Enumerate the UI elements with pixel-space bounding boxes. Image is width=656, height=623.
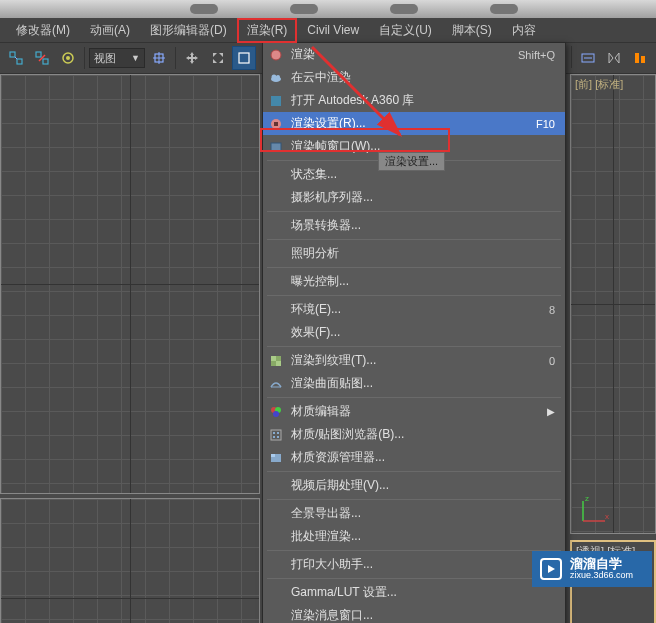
surface-icon [268, 376, 284, 392]
tool-bind[interactable] [56, 46, 80, 70]
frame-icon [268, 139, 284, 155]
watermark-logo-icon [540, 558, 562, 580]
menu-scripting[interactable]: 脚本(S) [442, 18, 502, 43]
viewport-right[interactable]: [前] [标准] zx [570, 74, 656, 534]
menu-animation[interactable]: 动画(A) [80, 18, 140, 43]
viewport-bottom-left[interactable] [0, 498, 260, 623]
menu-item-label: Gamma/LUT 设置... [291, 584, 397, 601]
menu-item-0[interactable]: 渲染Shift+Q [263, 43, 565, 66]
material-icon [268, 404, 284, 420]
svg-rect-27 [274, 122, 278, 126]
cloud-icon [268, 70, 284, 86]
menu-item-label: 摄影机序列器... [291, 189, 373, 206]
svg-rect-28 [271, 143, 281, 151]
tooltip-render-setup: 渲染设置... [378, 152, 445, 171]
menu-separator [267, 346, 561, 347]
menu-item-2[interactable]: 打开 Autodesk A360 库 [263, 89, 565, 112]
settings-icon [268, 116, 284, 132]
menu-item-30[interactable]: 打印大小助手... [263, 553, 565, 576]
menu-item-1[interactable]: 在云中渲染 [263, 66, 565, 89]
menu-separator [267, 295, 561, 296]
tool-unlink[interactable] [30, 46, 54, 70]
menu-item-19[interactable]: 渲染曲面贴图... [263, 372, 565, 395]
menu-separator [267, 471, 561, 472]
tool-align[interactable] [628, 46, 652, 70]
menu-item-label: 曝光控制... [291, 273, 349, 290]
svg-rect-0 [10, 52, 15, 57]
menu-item-label: 照明分析 [291, 245, 339, 262]
axis-gizmo: zx [577, 493, 611, 527]
menu-item-16[interactable]: 效果(F)... [263, 321, 565, 344]
svg-rect-11 [239, 53, 249, 63]
menu-item-shortcut: Shift+Q [518, 49, 555, 61]
menu-item-23[interactable]: 材质资源管理器... [263, 446, 565, 469]
menu-item-27[interactable]: 全景导出器... [263, 502, 565, 525]
menu-separator [267, 397, 561, 398]
tool-select-link[interactable] [4, 46, 28, 70]
menu-item-shortcut: 0 [549, 355, 555, 367]
menu-item-3[interactable]: 渲染设置(R)...F10 [263, 112, 565, 135]
menu-item-label: 效果(F)... [291, 324, 340, 341]
menu-item-label: 渲染设置(R)... [291, 115, 366, 132]
svg-rect-25 [271, 96, 281, 106]
menu-item-label: 状态集... [291, 166, 337, 183]
render-menu-dropdown: 渲染Shift+Q在云中渲染打开 Autodesk A360 库渲染设置(R).… [262, 42, 566, 623]
tool-manipulate[interactable] [206, 46, 230, 70]
menu-item-18[interactable]: 渲染到纹理(T)...0 [263, 349, 565, 372]
menu-item-label: 渲染消息窗口... [291, 607, 373, 623]
menu-item-shortcut: 8 [549, 304, 555, 316]
tool-select-move[interactable] [180, 46, 204, 70]
menu-graph-editors[interactable]: 图形编辑器(D) [140, 18, 237, 43]
menu-item-shortcut: F10 [536, 118, 555, 130]
menubar: 修改器(M) 动画(A) 图形编辑器(D) 渲染(R) Civil View 自… [0, 18, 656, 42]
render-icon [268, 47, 284, 63]
svg-rect-30 [271, 356, 276, 361]
menu-separator [267, 499, 561, 500]
svg-point-21 [271, 50, 281, 60]
menu-item-13[interactable]: 曝光控制... [263, 270, 565, 293]
menu-customize[interactable]: 自定义(U) [369, 18, 442, 43]
a360-icon [268, 93, 284, 109]
tool-select-region[interactable] [232, 46, 256, 70]
menu-rendering[interactable]: 渲染(R) [237, 18, 298, 43]
menu-item-label: 批处理渲染... [291, 528, 361, 545]
explorer-icon [268, 450, 284, 466]
menu-item-label: 全景导出器... [291, 505, 361, 522]
menu-item-label: 场景转换器... [291, 217, 361, 234]
menu-item-11[interactable]: 照明分析 [263, 242, 565, 265]
menu-item-32[interactable]: Gamma/LUT 设置... [263, 581, 565, 604]
reference-coord-dropdown[interactable]: 视图▼ [89, 48, 145, 68]
menu-item-28[interactable]: 批处理渲染... [263, 525, 565, 548]
menu-content[interactable]: 内容 [502, 18, 546, 43]
menu-item-21[interactable]: 材质编辑器▶ [263, 400, 565, 423]
menu-modifiers[interactable]: 修改器(M) [6, 18, 80, 43]
svg-point-23 [272, 74, 277, 79]
menu-item-label: 材质编辑器 [291, 403, 351, 420]
svg-rect-35 [271, 430, 281, 440]
menu-item-15[interactable]: 环境(E)...8 [263, 298, 565, 321]
menu-separator [267, 267, 561, 268]
watermark-url: zixue.3d66.com [570, 571, 633, 581]
svg-point-34 [273, 411, 279, 417]
svg-text:x: x [605, 512, 609, 521]
menu-civil-view[interactable]: Civil View [297, 19, 369, 41]
menu-separator [267, 550, 561, 551]
tool-pivot[interactable] [147, 46, 171, 70]
menu-item-label: 材质资源管理器... [291, 449, 385, 466]
svg-point-24 [276, 75, 280, 79]
svg-rect-31 [276, 361, 281, 366]
svg-rect-1 [17, 59, 22, 64]
menu-item-33[interactable]: 渲染消息窗口... [263, 604, 565, 623]
menu-item-label: 渲染 [291, 46, 315, 63]
menu-item-9[interactable]: 场景转换器... [263, 214, 565, 237]
svg-rect-16 [641, 56, 645, 63]
tool-mirror[interactable] [602, 46, 626, 70]
svg-rect-37 [277, 432, 279, 434]
menu-item-label: 材质/贴图浏览器(B)... [291, 426, 404, 443]
viewport-top-left[interactable] [0, 74, 260, 494]
tool-named-sel[interactable] [576, 46, 600, 70]
menu-item-22[interactable]: 材质/贴图浏览器(B)... [263, 423, 565, 446]
menu-item-7[interactable]: 摄影机序列器... [263, 186, 565, 209]
browser-icon [268, 427, 284, 443]
menu-item-25[interactable]: 视频后期处理(V)... [263, 474, 565, 497]
